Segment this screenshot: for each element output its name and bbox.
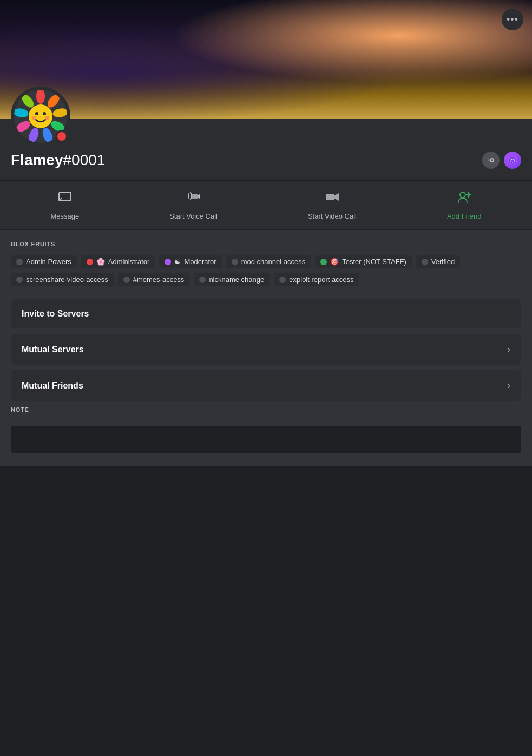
svg-point-16 — [491, 159, 493, 161]
profile-section: Flamey#0001 ⬡ — [0, 119, 532, 180]
video-icon — [325, 189, 340, 208]
message-label: Message — [50, 212, 79, 220]
role-label-screenshare: screenshare-video-access — [26, 275, 108, 284]
mutual-servers-title: Mutual Servers — [22, 345, 84, 354]
mutual-friends-title: Mutual Friends — [22, 381, 83, 391]
mutual-friends-chevron: › — [507, 380, 510, 391]
more-options-button[interactable]: ••• — [502, 9, 523, 30]
svg-rect-22 — [192, 194, 198, 199]
add-friend-label: Add Friend — [447, 212, 482, 220]
role-dot-screenshare — [16, 277, 23, 283]
role-label-verified: Verified — [431, 258, 455, 266]
speed-badge — [482, 152, 500, 169]
username: Flamey#0001 — [11, 152, 105, 169]
svg-point-24 — [460, 192, 465, 198]
svg-point-17 — [488, 159, 490, 161]
more-dots-icon: ••• — [507, 14, 518, 25]
message-button[interactable]: Message — [50, 189, 79, 220]
role-admin-powers[interactable]: Admin Powers — [11, 255, 77, 268]
profile-badges: ⬡ — [482, 152, 521, 169]
role-screenshare[interactable]: screenshare-video-access — [11, 273, 114, 286]
mutual-servers-chevron: › — [507, 344, 510, 355]
banner-background — [0, 0, 532, 119]
role-dot-memes — [123, 277, 130, 283]
role-dot-tester — [320, 259, 327, 265]
content-area: BLOX FRUITS Admin Powers 🌸 Administrator… — [0, 230, 532, 466]
role-memes[interactable]: #memes-access — [118, 273, 190, 286]
role-nickname[interactable]: nickname change — [194, 273, 270, 286]
role-dot-mod-channel — [232, 259, 238, 265]
svg-point-2 — [52, 107, 67, 119]
role-label-administrator: Administrator — [108, 258, 150, 266]
svg-point-5 — [27, 127, 41, 143]
role-label-exploit: exploit report access — [289, 275, 353, 284]
message-icon — [57, 189, 73, 208]
actions-bar: Message Start Voice Call Start Video Cal… — [0, 181, 532, 229]
invite-servers-section[interactable]: Invite to Servers — [11, 299, 521, 328]
svg-text:⬡: ⬡ — [510, 158, 515, 163]
discriminator: #0001 — [63, 152, 106, 168]
svg-point-11 — [43, 112, 46, 115]
roles-section-title: BLOX FRUITS — [11, 241, 521, 247]
roles-grid: Admin Powers 🌸 Administrator ☯ Moderator… — [11, 255, 521, 286]
avatar-wrapper — [11, 87, 70, 146]
invite-servers-title: Invite to Servers — [22, 309, 89, 319]
role-label-admin-powers: Admin Powers — [26, 258, 71, 266]
role-label-nickname: nickname change — [209, 275, 264, 284]
role-label-memes: #memes-access — [133, 275, 185, 284]
voice-icon — [186, 189, 201, 208]
role-exploit[interactable]: exploit report access — [274, 273, 359, 286]
role-label-tester: Tester (NOT STAFF) — [342, 258, 406, 266]
role-verified[interactable]: Verified — [416, 255, 460, 268]
role-dot-administrator — [87, 259, 93, 265]
voice-label: Start Voice Call — [169, 212, 218, 220]
svg-rect-23 — [326, 194, 334, 200]
role-label-mod-channel: mod channel access — [241, 258, 306, 266]
role-tester[interactable]: 🎯 Tester (NOT STAFF) — [315, 255, 412, 268]
hex-badge: ⬡ — [504, 152, 521, 169]
role-mod-channel[interactable]: mod channel access — [226, 255, 311, 268]
hex-icon: ⬡ — [507, 154, 518, 166]
svg-point-9 — [29, 104, 52, 128]
profile-banner: ••• — [0, 0, 532, 119]
role-dot-nickname — [199, 277, 206, 283]
mutual-friends-section[interactable]: Mutual Friends › — [11, 370, 521, 401]
video-call-button[interactable]: Start Video Call — [308, 189, 357, 220]
voice-call-button[interactable]: Start Voice Call — [169, 189, 218, 220]
role-emoji-tester: 🎯 — [330, 258, 339, 266]
svg-point-6 — [15, 119, 32, 134]
video-label: Start Video Call — [308, 212, 357, 220]
svg-point-4 — [41, 127, 54, 143]
mutual-servers-section[interactable]: Mutual Servers › — [11, 334, 521, 365]
svg-point-12 — [32, 116, 36, 120]
add-friend-button[interactable]: Add Friend — [447, 189, 482, 220]
note-input[interactable] — [11, 426, 521, 453]
role-emoji-moderator: ☯ — [174, 258, 181, 266]
note-section: NOTE — [11, 406, 521, 455]
status-indicator — [55, 130, 68, 143]
note-title: NOTE — [11, 406, 521, 413]
add-friend-icon — [457, 189, 472, 208]
svg-point-7 — [14, 107, 29, 119]
speed-icon — [485, 154, 497, 166]
role-moderator[interactable]: ☯ Moderator — [159, 255, 221, 268]
svg-point-13 — [45, 116, 49, 120]
role-label-moderator: Moderator — [184, 258, 216, 266]
role-emoji-administrator: 🌸 — [96, 258, 105, 266]
role-administrator[interactable]: 🌸 Administrator — [81, 255, 155, 268]
username-text: Flamey — [11, 152, 63, 168]
svg-point-0 — [36, 90, 45, 104]
role-dot-admin-powers — [16, 259, 23, 265]
role-dot-exploit — [279, 277, 286, 283]
svg-point-10 — [35, 112, 38, 115]
role-dot-moderator — [165, 259, 171, 265]
username-row: Flamey#0001 ⬡ — [11, 152, 521, 169]
role-dot-verified — [422, 259, 428, 265]
